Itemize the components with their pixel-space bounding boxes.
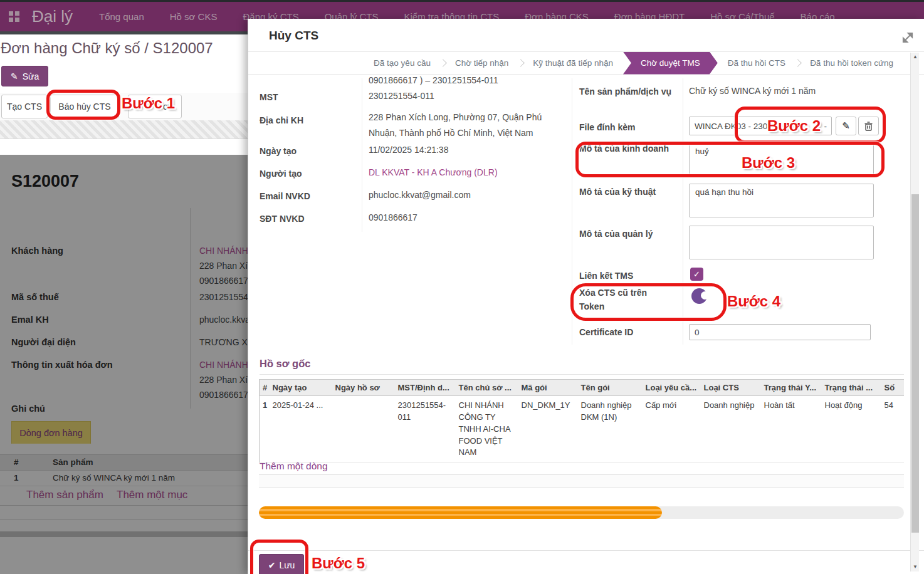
tab-tao-cts[interactable]: Tạo CTS: [1, 95, 48, 118]
th-ten-chu-so-huu[interactable]: Tên chủ sở ...: [456, 380, 518, 396]
apps-grid-icon[interactable]: [9, 11, 19, 22]
column-divider: [683, 78, 683, 345]
huy-cts-dialog: Hủy CTS Đã tạo yêu cầu Chờ tiếp nhận Kỹ …: [248, 19, 924, 574]
pencil-icon: ✎: [842, 120, 850, 132]
footer-divider: [248, 550, 924, 551]
field-label-email-kh: Emal KH: [11, 315, 49, 325]
discard-button[interactable]: Hủy bỏ: [314, 559, 342, 569]
th-trang-thai[interactable]: Trạng thái ...: [822, 380, 881, 396]
field-value-khach-hang-3: 0901866617: [199, 276, 248, 286]
column-divider: [572, 78, 572, 345]
certificate-id-input[interactable]: 0: [689, 324, 871, 340]
th-trang-thai-y[interactable]: Trạng thái Y...: [761, 380, 822, 396]
mst-value: 2301251554-011: [369, 91, 434, 101]
add-item-link[interactable]: Thêm một mục: [117, 489, 187, 501]
tab-bao-huy-cts[interactable]: Báo hủy CTS: [50, 95, 119, 118]
screen: Đại lý Tổng quan Hồ sơ CKS Đăng ký CTS Q…: [0, 0, 924, 574]
th-ngay-ho-so[interactable]: Ngày hồ sơ: [332, 380, 395, 396]
address-label: Địa chỉ KH: [260, 114, 360, 128]
action-tabs-row: Tạo CTS Báo hủy CTS ơn: [0, 93, 248, 120]
th-loai-yeu-cau[interactable]: Loại yêu cầ...: [643, 380, 701, 396]
creator-link[interactable]: DL KKVAT - KH A Chương (DLR): [369, 167, 498, 177]
col-product[interactable]: Sản phẩm: [53, 457, 93, 467]
cell-trang-thai: Hoạt động: [822, 396, 881, 463]
th-ngay-tao[interactable]: Ngày tạo: [270, 380, 332, 396]
nav-item-ho-so-cks[interactable]: Hồ sơ CKS: [170, 11, 218, 22]
expand-dialog-icon[interactable]: [901, 31, 914, 44]
status-ky-thuat-da-tiep-nhan[interactable]: Kỹ thuật đã tiếp nhận: [525, 58, 621, 68]
status-da-thu-hoi-cts[interactable]: Đã thu hồi CTS: [720, 58, 794, 68]
empty-table-row: [259, 474, 904, 488]
chevron-separator-icon: [794, 59, 802, 67]
delete-cts-checkbox[interactable]: [691, 288, 707, 304]
edit-attachment-button[interactable]: ✎: [836, 117, 856, 135]
cell-ngay-ho-so: [332, 396, 395, 463]
th-mst[interactable]: MST/Định d...: [395, 380, 456, 396]
navbar-bottom-strip: [0, 31, 248, 34]
th-ma-goi[interactable]: Mã gói: [518, 380, 578, 396]
tab-dong-don-hang[interactable]: Dòng đơn hàng: [11, 421, 91, 444]
cell-index: 1: [260, 396, 270, 463]
record-title: S120007: [11, 172, 79, 191]
tab-obscured[interactable]: ơn: [128, 95, 182, 118]
order-line-row[interactable]: 1 Chữ ký số WINCA ký mới 1 năm: [0, 471, 248, 486]
status-da-thu-hoi-token[interactable]: Đã thu hồi token cứng: [802, 58, 901, 68]
field-value-xuat-hoa-don-3: 0901866617: [199, 390, 248, 400]
tms-link-label: Liên kết TMS: [579, 269, 675, 283]
status-cho-tiep-nhan[interactable]: Chờ tiếp nhận: [447, 58, 517, 68]
th-loai-cts[interactable]: Loại CTS: [701, 380, 761, 396]
vertical-scrollbar[interactable]: ▲ ▼: [910, 53, 919, 571]
row-product: Chữ ký số WINCA ký mới 1 năm: [53, 473, 175, 483]
scroll-up-icon[interactable]: ▲: [911, 53, 920, 61]
sdt-nvkd-value: 0901866617: [369, 212, 417, 222]
brand-title[interactable]: Đại lý: [32, 7, 73, 26]
th-ten-goi[interactable]: Tên gói: [578, 380, 643, 396]
cell-trang-thai-y: Hoàn tất: [761, 396, 822, 463]
vertical-scrollbar-thumb[interactable]: [911, 194, 919, 533]
attachment-field[interactable]: WINCA ĐK03 - 230 -: [689, 117, 832, 135]
chevron-separator-icon: [439, 59, 447, 67]
delete-cts-label: Xóa CTS cũ trên Token: [579, 286, 658, 314]
cell-ngay-tao: 2025-01-24 ...: [270, 396, 332, 463]
column-divider: [362, 78, 362, 232]
field-value-khach-hang-2: 228 Phan Xíc: [199, 261, 248, 271]
field-divider: [190, 208, 191, 409]
horizontal-scrollbar-thumb[interactable]: [259, 506, 662, 519]
product-value: Chữ ký số WINCA ký mới 1 năm: [689, 86, 816, 96]
dialog-title: Hủy CTS: [269, 29, 318, 43]
col-index: #: [14, 457, 19, 467]
cell-mst: 2301251554-011: [395, 396, 456, 463]
add-line-link[interactable]: Thêm một dòng: [260, 461, 328, 472]
created-value: 11/02/2025 14:21:38: [369, 145, 448, 155]
cell-ten-goi: Doanh nghiệp DKM (1N): [578, 396, 643, 463]
desc-manager-textarea[interactable]: [689, 226, 874, 259]
cell-ma-goi: DN_DKM_1Y: [518, 396, 578, 463]
desc-tech-textarea[interactable]: quá hạn thu hồi: [689, 184, 874, 217]
nav-item-tong-quan[interactable]: Tổng quan: [99, 11, 144, 22]
field-value-nguoi-dai-dien: TRƯƠNG XI: [199, 337, 248, 347]
save-button[interactable]: ✔ Lưu: [259, 554, 304, 574]
cell-loai-cts: Doanh nghiệp: [701, 396, 761, 463]
add-product-link[interactable]: Thêm sản phẩm: [26, 489, 103, 501]
th-so[interactable]: Số: [881, 380, 905, 396]
ho-so-goc-table: # Ngày tạo Ngày hồ sơ MST/Định d... Tên …: [259, 379, 904, 463]
field-value-email-kh: phucloc.kkva: [199, 315, 248, 325]
desc-business-textarea[interactable]: huỷ: [689, 143, 874, 177]
delete-attachment-button[interactable]: [858, 117, 879, 135]
created-label: Ngày tạo: [260, 145, 360, 159]
field-value-khach-hang[interactable]: CHI NHÁNH: [199, 246, 248, 256]
field-value-xuat-hoa-don[interactable]: CHI NHÁNH: [199, 360, 248, 370]
edit-button[interactable]: ✎ Sửa: [1, 66, 48, 86]
address-value: 228 Phan Xích Long, Phường 07, Quận Phú …: [369, 110, 567, 140]
breadcrumb[interactable]: Đơn hàng Chữ ký số / S120007: [1, 39, 213, 57]
tms-checkbox-checked[interactable]: ✓: [690, 268, 703, 281]
mst-label: MST: [260, 91, 360, 105]
pencil-icon: ✎: [11, 71, 18, 81]
status-da-tao-yeu-cau[interactable]: Đã tạo yêu cầu: [365, 58, 439, 68]
scrolled-partial-line: 0901866617 ) – 2301251554-011: [369, 75, 498, 85]
statusbar-hatch-band: [0, 120, 248, 139]
table-row[interactable]: 1 2025-01-24 ... 2301251554-011 CHI NHÁN…: [260, 396, 905, 463]
status-cho-duyet-tms-active[interactable]: Chờ duyệt TMS: [623, 52, 718, 75]
scroll-down-icon[interactable]: ▼: [911, 563, 920, 571]
horizontal-scrollbar[interactable]: [259, 506, 904, 519]
